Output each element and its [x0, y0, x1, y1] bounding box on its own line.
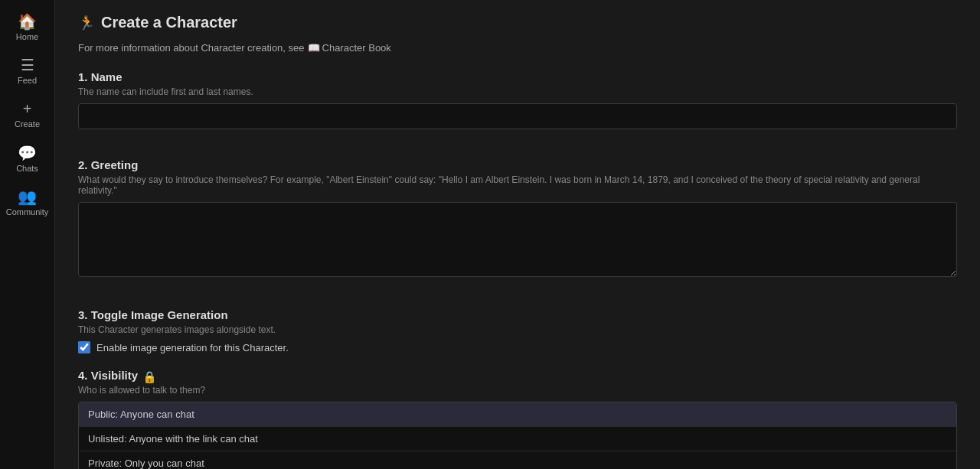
feed-icon: ☰ [21, 57, 34, 73]
chats-icon: 💬 [18, 145, 37, 161]
page-title: Create a Character [101, 14, 237, 31]
visibility-header: 4. Visibility 🔒 [78, 369, 957, 385]
sidebar-item-feed[interactable]: ☰ Feed [0, 50, 54, 93]
character-book-link[interactable]: 📖 Character Book [308, 42, 391, 54]
character-book-link-text: Character Book [322, 42, 391, 54]
visibility-select-box[interactable]: Public: Anyone can chat Unlisted: Anyone… [78, 402, 957, 469]
visibility-option-public[interactable]: Public: Anyone can chat [79, 402, 956, 427]
main-content: 🏃 Create a Character For more informatio… [55, 0, 980, 469]
image-generation-checkbox-label[interactable]: Enable image generation for this Charact… [96, 342, 289, 353]
sidebar-item-label-chats: Chats [16, 164, 38, 174]
sidebar-item-label-create: Create [15, 119, 40, 129]
home-icon: 🏠 [18, 14, 37, 29]
greeting-section: 2. Greeting What would they say to intro… [78, 158, 957, 293]
visibility-option-unlisted[interactable]: Unlisted: Anyone with the link can chat [79, 427, 956, 451]
visibility-section: 4. Visibility 🔒 Who is allowed to talk t… [78, 369, 957, 469]
community-icon: 👥 [18, 189, 37, 204]
sidebar-item-label-community: Community [6, 207, 49, 217]
name-section: 1. Name The name can include first and l… [78, 70, 957, 143]
info-prefix-text: For more information about Character cre… [78, 42, 305, 54]
name-input[interactable] [78, 103, 957, 129]
sidebar: 🏠 Home ☰ Feed + Create 💬 Chats 👥 Communi… [0, 0, 55, 469]
book-icon: 📖 [308, 42, 320, 54]
greeting-section-label: 2. Greeting [78, 158, 957, 171]
visibility-option-private[interactable]: Private: Only you can chat [79, 451, 956, 469]
greeting-textarea[interactable] [78, 202, 957, 277]
greeting-section-hint: What would they say to introduce themsel… [78, 174, 957, 196]
page-header: 🏃 Create a Character [78, 14, 957, 31]
lock-icon: 🔒 [142, 370, 157, 384]
image-generation-checkbox[interactable] [78, 341, 90, 353]
name-section-label: 1. Name [78, 70, 957, 83]
sidebar-item-home[interactable]: 🏠 Home [0, 6, 54, 50]
sidebar-item-community[interactable]: 👥 Community [0, 181, 54, 225]
info-line: For more information about Character cre… [78, 42, 957, 54]
sidebar-item-chats[interactable]: 💬 Chats [0, 138, 54, 181]
sidebar-item-label-feed: Feed [18, 76, 37, 86]
visibility-section-label: 4. Visibility [78, 369, 138, 382]
create-icon: + [23, 101, 32, 116]
toggle-image-section: 3. Toggle Image Generation This Characte… [78, 308, 957, 353]
sidebar-item-label-home: Home [16, 32, 38, 42]
run-icon: 🏃 [78, 15, 95, 31]
checkbox-row: Enable image generation for this Charact… [78, 341, 957, 353]
sidebar-item-create[interactable]: + Create [0, 93, 54, 137]
toggle-image-hint: This Character generates images alongsid… [78, 324, 957, 335]
name-section-hint: The name can include first and last name… [78, 86, 957, 97]
toggle-image-label: 3. Toggle Image Generation [78, 308, 957, 321]
visibility-hint: Who is allowed to talk to them? [78, 385, 957, 396]
